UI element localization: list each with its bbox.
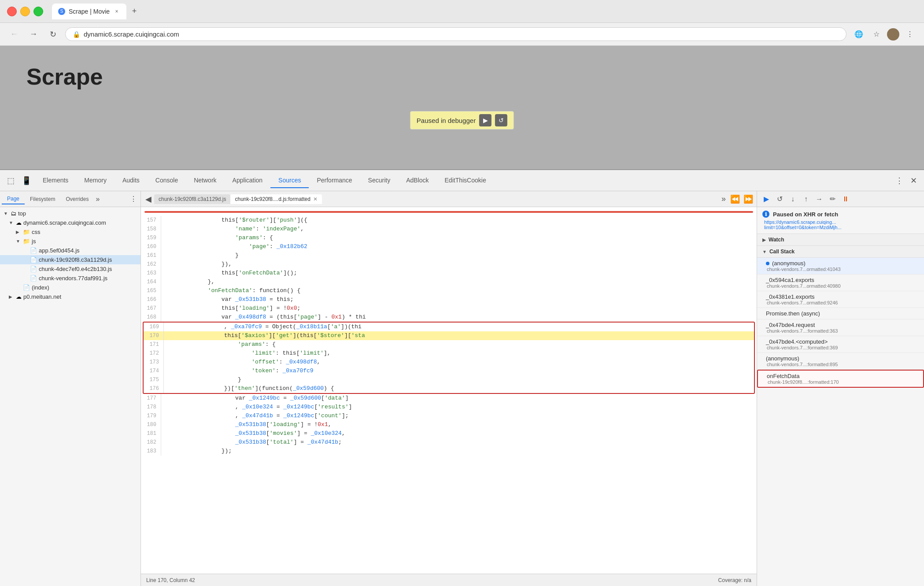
tab-adblock[interactable]: AdBlock — [398, 173, 436, 188]
bookmark-icon[interactable]: ☆ — [869, 27, 883, 41]
more-icon[interactable]: ⋮ — [903, 27, 917, 41]
tab-console[interactable]: Console — [148, 173, 186, 188]
debugger-banner: Paused in debugger ▶ ↺ — [410, 111, 514, 130]
callstack-header[interactable]: ▼ Call Stack — [757, 246, 924, 258]
step-btn[interactable]: → — [813, 193, 825, 205]
tree-label-js: js — [32, 238, 36, 245]
step-over-debug-btn[interactable]: ↺ — [774, 193, 785, 205]
folder-icon-css: 📁 — [23, 229, 30, 235]
devtools-more[interactable]: ⋮ — [892, 176, 907, 185]
sources-tab-overrides[interactable]: Overrides — [60, 194, 94, 204]
line-num-174: 174 — [144, 367, 164, 375]
sources-tab-more[interactable]: » — [94, 195, 101, 203]
code-area[interactable]: 157 this['$router']['push']({ 158 'name'… — [141, 207, 757, 574]
close-traffic-light[interactable] — [7, 7, 17, 16]
code-line-169: 169 , _0xa70fc9 = Object(_0x18b11a['a'])… — [144, 323, 754, 331]
tab-application[interactable]: Application — [225, 173, 271, 188]
callstack-item-onfetchdata[interactable]: onFetchData chunk-19c920f8....:formatted… — [757, 370, 924, 388]
code-line-164: 164 }, — [141, 278, 757, 286]
forward-btn[interactable]: → — [26, 27, 41, 41]
line-code-173: 'offset': _0x498df8, — [164, 358, 320, 367]
tree-item-meituan[interactable]: ▶ ☁ p0.meituan.net — [0, 292, 140, 301]
tab-sources[interactable]: Sources — [270, 173, 309, 188]
tab-network[interactable]: Network — [186, 173, 224, 188]
page-content: Scrape Paused in debugger ▶ ↺ — [0, 46, 924, 169]
step-out-btn[interactable]: ↑ — [800, 193, 812, 205]
tree-item-index[interactable]: ▶ 📄 (index) — [0, 283, 140, 292]
minimize-traffic-light[interactable] — [20, 7, 30, 16]
line-num-177: 177 — [141, 394, 161, 403]
paused-label: ℹ Paused on XHR or fetch — [762, 211, 919, 218]
code-line-178: 178 , _0x10e324 = _0x1249bc['results'] — [141, 403, 757, 412]
line-num-161: 161 — [141, 251, 161, 260]
line-code-162: }), — [161, 260, 232, 269]
tree-item-chunk-vendors[interactable]: ▶ 📄 chunk-vendors.77daf991.js — [0, 274, 140, 283]
callstack-item-47bde4-req[interactable]: _0x47bde4.request chunk-vendors.7...:for… — [757, 319, 924, 336]
callstack-item-594[interactable]: _0x594ca1.exports chunk-vendors.7...orma… — [757, 274, 924, 291]
tree-item-domain[interactable]: ▼ ☁ dynamic6.scrape.cuiqingcai.com — [0, 218, 140, 227]
active-tab[interactable]: S Scrape | Movie × — [52, 4, 126, 19]
file-icon-chunk-4dec: 📄 — [30, 266, 37, 272]
editor-tab-prev-btn[interactable]: ◀ — [143, 194, 154, 204]
new-tab-btn[interactable]: + — [128, 5, 140, 18]
editor-tab-chunk-fmt[interactable]: chunk-19c920f8....d.js:formatted ✕ — [230, 194, 322, 204]
callstack-item-promise[interactable]: Promise.then (async) — [757, 308, 924, 319]
tab-performance[interactable]: Performance — [309, 173, 360, 188]
tree-item-css[interactable]: ▶ 📁 css — [0, 227, 140, 237]
tree-label-top: top — [18, 210, 26, 217]
code-line-168: 168 var _0x498df8 = (this['page'] - 0x1)… — [141, 313, 757, 322]
tab-close-btn[interactable]: × — [113, 8, 120, 15]
line-num-175: 175 — [144, 375, 164, 384]
address-input[interactable]: 🔒 dynamic6.scrape.cuiqingcai.com — [65, 27, 846, 41]
inspect-icon[interactable]: ⬚ — [4, 176, 18, 185]
editor-tab-close-btn[interactable]: ✕ — [313, 196, 318, 202]
tree-item-app-js[interactable]: ▶ 📄 app.5ef0d454.js — [0, 246, 140, 255]
step-over-btn[interactable]: ↺ — [495, 114, 507, 126]
tab-security[interactable]: Security — [360, 173, 399, 188]
devtools-close[interactable]: ✕ — [907, 176, 920, 185]
step-into-btn[interactable]: ↓ — [787, 193, 798, 205]
tab-memory[interactable]: Memory — [76, 173, 115, 188]
editor-tab-nav-left[interactable]: ⏪ — [728, 194, 742, 204]
tab-elements[interactable]: Elements — [35, 173, 76, 188]
tree-item-js[interactable]: ▼ 📁 js — [0, 237, 140, 246]
line-code-179: , _0x47d41b = _0x1249bc['count']; — [161, 412, 349, 420]
code-line-180: 180 _0x531b38['loading'] = !0x1, — [141, 420, 757, 429]
callstack-item-anon1[interactable]: (anonymous) chunk-vendors.7...ormatted:4… — [757, 258, 924, 274]
watch-section[interactable]: ▶ Watch — [757, 234, 924, 246]
translate-icon[interactable]: 🌐 — [852, 27, 866, 41]
code-line-172: 172 'limit': this['limit'], — [144, 349, 754, 358]
tree-item-chunk-4dec[interactable]: ▶ 📄 chunk-4dec7ef0.e4c2b130.js — [0, 264, 140, 274]
tree-item-chunk-19c[interactable]: ▶ 📄 chunk-19c920f8.c3a1129d.js — [0, 255, 140, 264]
editor-tab-chunk-raw[interactable]: chunk-19c920f8.c3a1129d.js — [154, 194, 230, 204]
tab-editthiscookie[interactable]: EditThisCookie — [437, 173, 494, 188]
maximize-traffic-light[interactable] — [33, 7, 43, 16]
pause-on-exception-btn[interactable]: ⏸ — [840, 193, 851, 205]
editor-tab-nav-right[interactable]: ⏩ — [742, 194, 755, 204]
callstack-file-594: chunk-vendors.7...ormatted:40980 — [766, 283, 919, 289]
line-code-180: _0x531b38['loading'] = !0x1, — [161, 420, 332, 429]
line-num-179: 179 — [141, 412, 161, 420]
callstack-item-4381[interactable]: _0x4381e1.exports chunk-vendors.7...orma… — [757, 291, 924, 308]
sources-kebab-menu[interactable]: ⋮ — [128, 195, 139, 203]
sources-tab-page[interactable]: Page — [2, 194, 25, 204]
tab-audits[interactable]: Audits — [115, 173, 148, 188]
sources-tab-filesystem[interactable]: Filesystem — [25, 194, 60, 204]
code-line-171: 171 'params': { — [144, 340, 754, 349]
avatar[interactable] — [887, 28, 899, 41]
line-code-177: var _0x1249bc = _0x59d600['data'] — [161, 394, 349, 403]
device-icon[interactable]: 📱 — [18, 176, 35, 185]
resume-btn[interactable]: ▶ — [479, 114, 492, 126]
back-btn[interactable]: ← — [7, 27, 21, 41]
callstack-item-anon2[interactable]: (anonymous) chunk-vendors.7...:formatted… — [757, 353, 924, 370]
callstack-item-47bde4-cmp[interactable]: _0x47bde4.<computed> chunk-vendors.7...:… — [757, 336, 924, 353]
top-icon: 🗂 — [11, 210, 16, 217]
resume-debug-btn[interactable]: ▶ — [761, 193, 772, 205]
code-line-182: 182 _0x531b38['total'] = _0x47d41b; — [141, 438, 757, 447]
tree-item-top[interactable]: ▼ 🗂 top — [0, 209, 140, 218]
refresh-btn[interactable]: ↻ — [46, 27, 60, 41]
url-text: dynamic6.scrape.cuiqingcai.com — [84, 30, 179, 38]
deactivate-btn[interactable]: ✏ — [827, 193, 838, 205]
editor-coverage: Coverage: n/a — [718, 577, 751, 583]
editor-tab-more[interactable]: » — [719, 194, 728, 204]
